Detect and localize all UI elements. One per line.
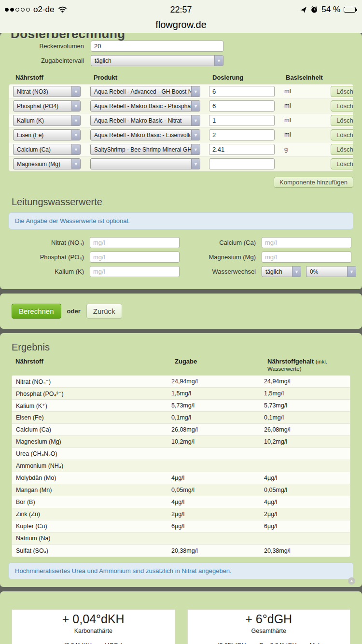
browser-title[interactable]: flowgrow.de <box>0 19 362 33</box>
interval-label: Zugabeintervall <box>12 57 84 64</box>
dose-input[interactable] <box>209 144 275 155</box>
result-content: 2µg/l <box>264 511 350 518</box>
result-added: 2µg/l <box>171 511 264 518</box>
water-value-input[interactable] <box>90 266 180 277</box>
browser-chrome: o2-de 22:57 54 % <box>0 0 362 33</box>
unit-label: ml <box>282 116 331 124</box>
result-nutrient: Bor (B) <box>16 499 171 505</box>
result-added: 5,73mg/l <box>171 402 264 409</box>
result-card: Ergebnis Nährstoff Zugabe Nährstoffgehal… <box>0 333 362 587</box>
nutrient-select[interactable]: Eisen (Fe) ▼ <box>13 129 81 140</box>
result-added: 26,08mg/l <box>171 426 264 433</box>
result-nutrient: Zink (Zn) <box>16 511 171 518</box>
result-content: 26,08mg/l <box>264 426 350 433</box>
result-nutrient: Natrium (Na) <box>16 535 171 542</box>
result-row: Sulfat (SO₄) 20,38mg/l 20,38mg/l <box>12 545 350 557</box>
result-added: 10,2mg/l <box>171 438 264 445</box>
dose-input[interactable] <box>209 129 275 140</box>
water-field-label: Calcium (Ca) <box>183 239 256 246</box>
result-content: 24,94mg/l <box>264 378 350 385</box>
battery-percent: 54 % <box>321 5 340 14</box>
interval-select[interactable]: täglich ▼ <box>91 55 223 66</box>
result-row: Bor (B) 4µg/l 4µg/l <box>12 496 350 508</box>
water-field-label: Magnesium (Mg) <box>183 253 256 261</box>
result-content: 0,05mg/l <box>264 487 350 493</box>
delete-button[interactable]: Löschen <box>331 115 353 126</box>
result-nutrient: Mangan (Mn) <box>16 487 171 493</box>
nutrient-row: Kalium (K) ▼ Aqua Rebell - Makro Basic -… <box>9 113 353 128</box>
scroll-to-top-button[interactable]: ▲ <box>348 577 355 585</box>
product-select[interactable]: Aqua Rebell - Makro Basic - Nitrat ▼ <box>90 115 200 126</box>
alarm-clock-icon <box>310 6 318 14</box>
nutrient-select[interactable]: Calcium (Ca) ▼ <box>13 144 81 155</box>
water-value-input[interactable] <box>90 252 180 263</box>
water-change-percent-select[interactable]: 0% ▼ <box>306 266 356 277</box>
water-change-interval-select[interactable]: täglich ▼ <box>262 266 301 277</box>
volume-input[interactable] <box>91 41 223 52</box>
water-value-input[interactable] <box>262 252 351 263</box>
col-added: Zugabe <box>175 358 267 365</box>
delete-button[interactable]: Löschen <box>331 86 353 97</box>
result-row: Mangan (Mn) 0,05mg/l 0,05mg/l <box>12 484 350 496</box>
delete-button[interactable]: Löschen <box>331 100 353 112</box>
gh-value: + 6°dGH <box>245 612 292 626</box>
delete-button[interactable]: Löschen <box>331 129 353 140</box>
result-nutrient: Calcium (Ca) <box>16 426 171 433</box>
gh-label: Gesamthärte <box>251 628 286 634</box>
nutrient-select[interactable]: Phosphat (PO4) ▼ <box>13 100 81 112</box>
product-select[interactable]: ▼ <box>90 158 200 169</box>
calculate-button[interactable]: Berechnen <box>12 304 61 319</box>
water-field-label: Phosphat (PO₄) <box>12 253 84 261</box>
product-select[interactable]: Aqua Rebell - Mikro Basic - Eisenvolldün… <box>90 129 200 140</box>
location-arrow-icon <box>300 6 307 13</box>
col-unit: Basiseinheit <box>286 74 334 81</box>
result-nutrient: Magnesium (Mg) <box>16 438 171 445</box>
dosing-form-card: Beckenvolumen Zugabeintervall täglich ▼ … <box>0 33 362 289</box>
battery-icon <box>344 7 357 13</box>
col-dose: Dosierung <box>212 74 286 81</box>
water-value-input[interactable] <box>90 237 180 248</box>
result-row: Natrium (Na) <box>12 532 350 545</box>
result-added: 24,94mg/l <box>171 378 264 385</box>
result-content: 20,38mg/l <box>264 547 350 554</box>
tap-water-right-column: Calcium (Ca) Magnesium (Mg) Wasserwechse… <box>183 237 356 280</box>
delete-button[interactable]: Löschen <box>331 158 353 169</box>
chevron-down-icon: ▼ <box>71 130 80 140</box>
back-button[interactable]: Zurück <box>86 304 122 319</box>
carrier-label: o2-de <box>33 5 54 14</box>
dose-input[interactable] <box>209 100 275 112</box>
product-select[interactable]: Aqua Rebell - Makro Basic - Phosphat ▼ <box>90 100 200 112</box>
result-nutrient: Sulfat (SO₄) <box>16 547 171 554</box>
water-change-label: Wasserwechsel <box>183 268 256 275</box>
volume-label: Beckenvolumen <box>12 42 84 50</box>
product-select[interactable]: Aqua Rebell - Advanced - GH Boost N ▼ <box>90 86 200 97</box>
dose-input[interactable] <box>209 86 275 97</box>
nutrient-select[interactable]: Kalium (K) ▼ <box>13 115 81 126</box>
water-field-label: Kalium (K) <box>12 268 84 275</box>
chevron-down-icon: ▼ <box>71 101 80 111</box>
result-added: 0,1mg/l <box>171 414 264 421</box>
col-nutrient: Nährstoff <box>15 358 175 365</box>
result-row: Molybdän (Mo) 4µg/l 4µg/l <box>12 472 350 484</box>
or-label: oder <box>67 308 81 315</box>
chevron-down-icon: ▼ <box>191 115 200 126</box>
delete-button[interactable]: Löschen <box>331 144 353 155</box>
result-row: Phosphat (PO₄³⁻) 1,5mg/l 1,5mg/l <box>12 388 350 400</box>
nutrient-select[interactable]: Magnesium (Mg) ▼ <box>13 158 81 169</box>
tap-water-form: Nitrat (NO₃) Phosphat (PO₄) Kalium (K) <box>12 237 350 280</box>
nutrient-row: Eisen (Fe) ▼ Aqua Rebell - Mikro Basic -… <box>9 128 353 142</box>
result-added: 4µg/l <box>171 475 264 481</box>
water-value-input[interactable] <box>262 237 351 248</box>
dose-input[interactable] <box>209 158 275 169</box>
product-select[interactable]: SaltyShrimp - Bee Shrimp Mineral GH+ ▼ <box>90 144 200 155</box>
add-component-button[interactable]: Komponente hinzufügen <box>274 177 353 188</box>
unit-label: ml <box>282 131 331 138</box>
dose-input[interactable] <box>209 115 275 126</box>
water-field-label: Nitrat (NO₃) <box>12 239 84 246</box>
unit-label: ml <box>282 87 331 95</box>
chevron-down-icon: ▼ <box>292 266 301 277</box>
result-table: Nitrat (NO₃⁻) 24,94mg/l 24,94mg/l Phosph… <box>12 375 350 557</box>
col-nutrient: Nährstoff <box>15 74 94 81</box>
gh-detail: (3,65°dGH aus Ca; 2,34°dGH aus Mg) <box>217 642 320 644</box>
nutrient-select[interactable]: Nitrat (NO3) ▼ <box>13 86 81 97</box>
